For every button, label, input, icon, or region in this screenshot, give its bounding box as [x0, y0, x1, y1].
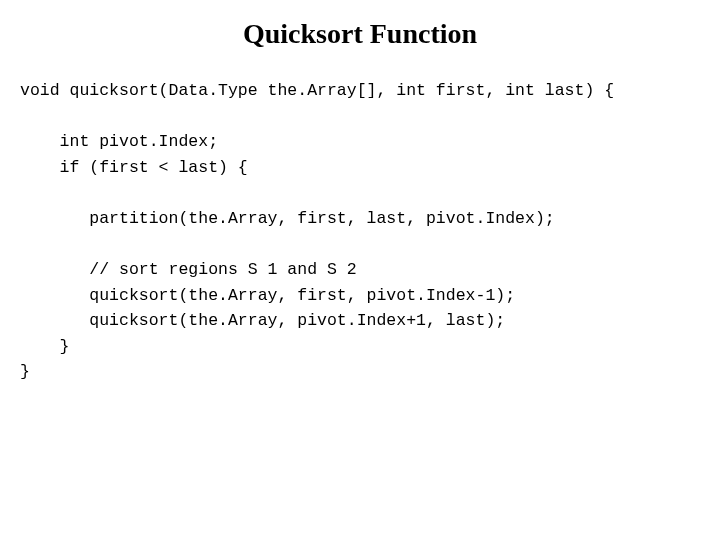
code-block: void quicksort(Data.Type the.Array[], in… — [20, 78, 700, 385]
code-line: } — [20, 362, 30, 381]
slide: Quicksort Function void quicksort(Data.T… — [0, 0, 720, 540]
code-line: quicksort(the.Array, first, pivot.Index-… — [20, 286, 515, 305]
code-line: void quicksort(Data.Type the.Array[], in… — [20, 81, 614, 100]
code-line: int pivot.Index; — [20, 132, 218, 151]
code-line: quicksort(the.Array, pivot.Index+1, last… — [20, 311, 505, 330]
code-line: if (first < last) { — [20, 158, 248, 177]
slide-title: Quicksort Function — [20, 18, 700, 50]
code-line: // sort regions S 1 and S 2 — [20, 260, 357, 279]
code-line: } — [20, 337, 70, 356]
code-line: partition(the.Array, first, last, pivot.… — [20, 209, 555, 228]
